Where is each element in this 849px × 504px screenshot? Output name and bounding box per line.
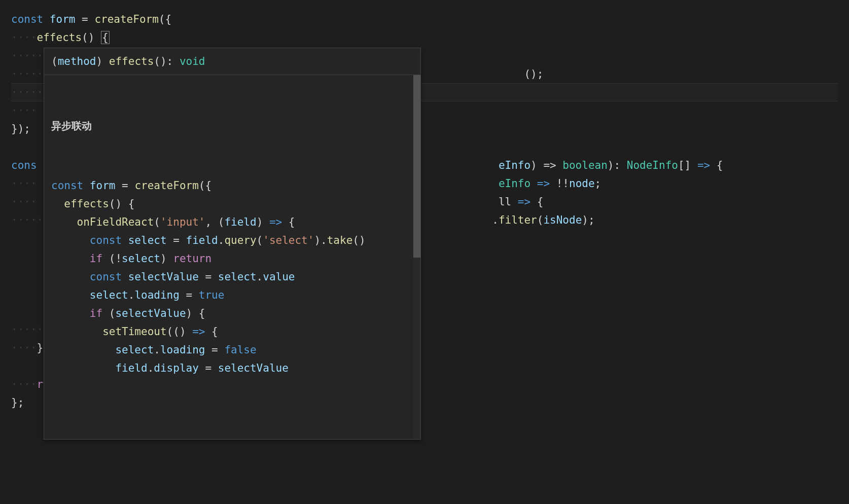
code-token: true [199, 289, 225, 301]
hover-scrollbar-thumb[interactable] [413, 75, 420, 258]
whitespace-guide: ···· [11, 378, 37, 390]
hover-heading: 异步联动 [51, 117, 413, 135]
code-token: select [90, 289, 128, 301]
hover-code-line: if (selectValue) { [51, 304, 413, 322]
code-token: effects [109, 55, 154, 67]
code-token [51, 253, 90, 265]
code-token: const [90, 234, 128, 246]
code-token: = [115, 179, 134, 192]
whitespace-guide: ···· [11, 177, 37, 190]
code-token: filter [499, 214, 537, 226]
code-token [51, 326, 102, 338]
code-token: !! [556, 177, 569, 190]
code-token: ( [109, 307, 116, 319]
code-token: boolean [562, 159, 608, 171]
code-token: ) => [530, 159, 562, 171]
code-token: effects [37, 31, 82, 44]
code-token: selectValue [115, 307, 186, 319]
code-token: field [186, 234, 218, 246]
whitespace-guide: ···· [11, 31, 37, 44]
code-token: ({ [159, 13, 171, 25]
code-token: => [269, 216, 289, 228]
code-token: [] [678, 159, 697, 171]
code-token: const [51, 179, 90, 192]
code-token: setTimeout [102, 326, 166, 338]
code-token [51, 216, 77, 228]
code-token: effects [64, 198, 109, 210]
code-token: node [569, 177, 595, 190]
code-token [51, 362, 115, 374]
whitespace-guide: ···· [11, 342, 37, 354]
code-token: . [128, 289, 135, 301]
whitespace-guide: ···· [11, 196, 37, 208]
code-token: 'select' [263, 234, 314, 246]
code-token: { [537, 196, 544, 208]
code-token: ): [608, 159, 627, 171]
code-token [51, 271, 90, 283]
code-token: ll [499, 196, 511, 208]
code-token: ( [154, 216, 160, 228]
code-token: }); [11, 123, 30, 135]
code-token: ) [257, 216, 269, 228]
code-token: ({ [199, 179, 211, 192]
code-token: . [257, 271, 263, 283]
code-token: (); [524, 68, 543, 80]
code-token: ). [314, 234, 327, 246]
hover-code-line: field.display = selectValue [51, 359, 413, 377]
code-token [51, 289, 90, 301]
hover-body[interactable]: 异步联动 const form = createForm({ effects()… [44, 75, 420, 439]
code-token: onFieldReact [77, 216, 154, 228]
code-token: , ( [205, 216, 224, 228]
code-token [51, 234, 90, 246]
hover-tooltip[interactable]: (method) effects(): void 异步联动 const form… [44, 48, 421, 440]
hover-code-line: if (!select) return [51, 249, 413, 268]
code-token: => [511, 196, 537, 208]
code-token: select [128, 234, 167, 246]
code-token: (() [167, 326, 193, 338]
code-token: = [205, 344, 224, 356]
code-token: = [199, 271, 218, 283]
code-token: { [717, 159, 723, 171]
code-token: ) { [186, 307, 205, 319]
code-token: . [154, 344, 160, 356]
hover-code-line: effects() { [51, 195, 413, 213]
code-token: = [75, 13, 94, 25]
code-token: isNode [543, 214, 582, 226]
code-token: void [180, 55, 205, 67]
code-token: = [167, 234, 186, 246]
code-token [51, 198, 64, 210]
code-token: cons [11, 159, 37, 171]
hover-code-line: select.loading = true [51, 286, 413, 304]
code-token: eInfo [499, 159, 530, 171]
code-token: ( [257, 234, 263, 246]
code-token: ( [537, 214, 544, 226]
code-token: if [90, 307, 109, 319]
hover-code: const form = createForm({ effects() { on… [51, 176, 413, 377]
code-token: => [530, 177, 556, 190]
code-token: { [211, 326, 218, 338]
hover-code-line: onFieldReact('input', (field) => { [51, 213, 413, 231]
code-token: createForm [94, 13, 158, 25]
code-token: form [90, 179, 116, 192]
code-token: . [218, 234, 225, 246]
code-token: loading [134, 289, 180, 301]
hover-scrollbar[interactable] [413, 75, 420, 439]
whitespace-guide: ···· [11, 104, 37, 117]
code-token: createForm [134, 179, 198, 192]
code-token: = [199, 362, 218, 374]
code-token: loading [160, 344, 205, 356]
code-line[interactable]: ····effects() { [11, 28, 838, 47]
code-token: field [115, 362, 147, 374]
code-token: query [224, 234, 256, 246]
code-token: }; [11, 397, 24, 409]
code-token: . [148, 362, 154, 374]
code-token [51, 344, 115, 356]
code-token: ) [96, 55, 109, 67]
code-token: selectValue [128, 271, 199, 283]
code-token: 'input' [160, 216, 205, 228]
code-token: return [173, 253, 211, 265]
hover-code-line: setTimeout(() => { [51, 322, 413, 341]
code-line[interactable]: const form = createForm({ [11, 10, 838, 28]
code-token: => [192, 326, 211, 338]
code-token: const [90, 271, 128, 283]
